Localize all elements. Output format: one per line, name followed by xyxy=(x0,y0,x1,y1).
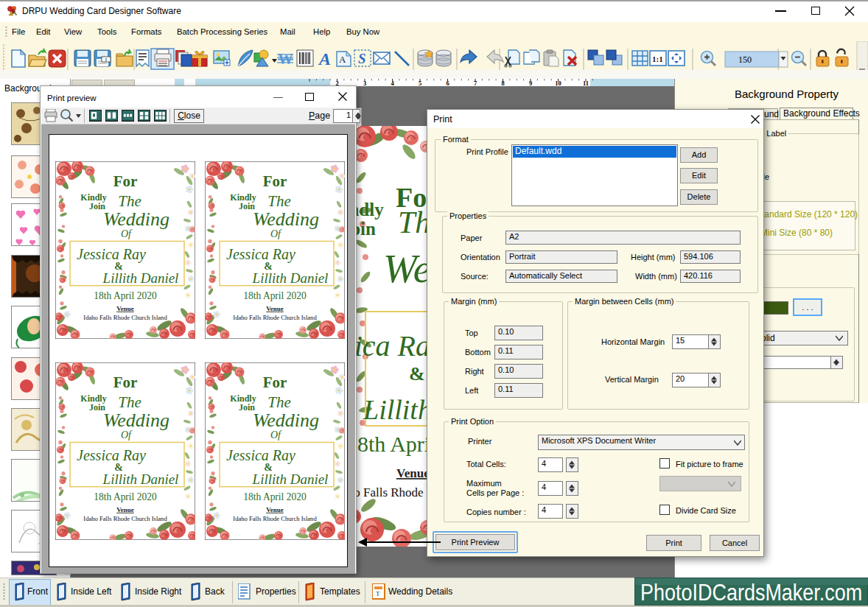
svg-text:&: & xyxy=(409,363,425,385)
svg-text:1:1: 1:1 xyxy=(652,55,663,63)
svg-text:6: 6 xyxy=(446,80,449,87)
svg-text:5: 5 xyxy=(419,80,421,87)
svg-text:18th April 2020: 18th April 2020 xyxy=(357,432,427,456)
svg-text:Wedding: Wedding xyxy=(383,246,427,291)
svg-text:9: 9 xyxy=(529,80,532,87)
svg-text:3: 3 xyxy=(363,80,366,87)
svg-text:Join: Join xyxy=(357,219,376,239)
svg-text:Venue: Venue xyxy=(396,466,427,480)
svg-text:Idaho Falls Rhode Church Islan: Idaho Falls Rhode Church Island xyxy=(357,485,427,499)
svg-text:W: W xyxy=(278,50,293,68)
svg-text:Jessica Ray: Jessica Ray xyxy=(357,329,427,362)
svg-text:T: T xyxy=(376,590,380,597)
svg-text:S: S xyxy=(358,51,366,66)
svg-text:The: The xyxy=(398,206,427,239)
svg-text:Kindly: Kindly xyxy=(357,200,384,220)
svg-text:10: 10 xyxy=(555,80,561,87)
svg-text:Lillith Daniel: Lillith Daniel xyxy=(363,394,427,425)
svg-text:8: 8 xyxy=(501,80,504,87)
svg-text:A: A xyxy=(339,54,346,65)
svg-text:11: 11 xyxy=(583,80,589,87)
svg-text:150: 150 xyxy=(738,55,752,65)
svg-text:A: A xyxy=(318,49,331,69)
